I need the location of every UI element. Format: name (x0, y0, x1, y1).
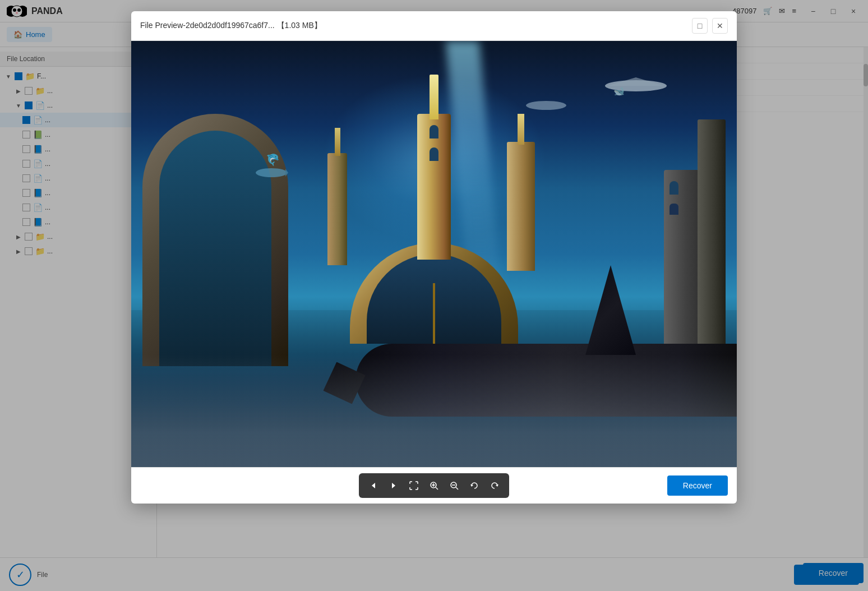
svg-marker-21 (496, 484, 498, 487)
prev-image-button[interactable] (364, 477, 382, 495)
next-image-button[interactable] (385, 477, 403, 495)
fish-icon: 🐬 (266, 153, 280, 167)
svg-point-8 (526, 101, 566, 110)
modal-close-button[interactable]: ✕ (712, 18, 728, 34)
fish-top-right-icon: 🐋 (613, 86, 625, 96)
modal-maximize-button[interactable]: □ (692, 18, 708, 34)
image-toolbar (359, 473, 509, 498)
modal-toolbar: Recover (131, 467, 737, 504)
flying-creature-decoration (602, 75, 670, 99)
svg-marker-11 (372, 483, 375, 488)
rotate-right-button[interactable] (486, 477, 504, 495)
zoom-out-button[interactable] (445, 477, 463, 495)
dolphin-decoration (255, 164, 288, 183)
modal-header: File Preview-2de0d2d0df19967ca6f7... 【1.… (131, 11, 737, 41)
modal-overlay: File Preview-2de0d2d0df19967ca6f7... 【1.… (0, 0, 868, 591)
svg-line-18 (456, 487, 458, 490)
preview-modal: File Preview-2de0d2d0df19967ca6f7... 【1.… (131, 11, 737, 504)
svg-marker-12 (392, 483, 395, 488)
modal-image-area: 🐬 🐋 (131, 41, 737, 467)
modal-recover-button[interactable]: Recover (667, 475, 728, 496)
svg-marker-10 (285, 169, 288, 177)
flying-creature-2-decoration (524, 97, 569, 116)
app-window: PANDA 487097 🛒 ✉ ≡ − □ × 🏠 Home (0, 0, 868, 591)
preview-image: 🐬 🐋 (131, 41, 737, 467)
fullscreen-button[interactable] (405, 477, 423, 495)
mist-decoration (131, 355, 737, 467)
modal-title-text: File Preview-2de0d2d0df19967ca6f7... 【1.… (140, 21, 322, 31)
svg-line-14 (436, 487, 438, 490)
zoom-in-button[interactable] (425, 477, 443, 495)
svg-point-9 (256, 168, 287, 177)
rotate-left-button[interactable] (465, 477, 483, 495)
modal-controls: □ ✕ (692, 18, 728, 34)
svg-marker-20 (470, 484, 473, 487)
